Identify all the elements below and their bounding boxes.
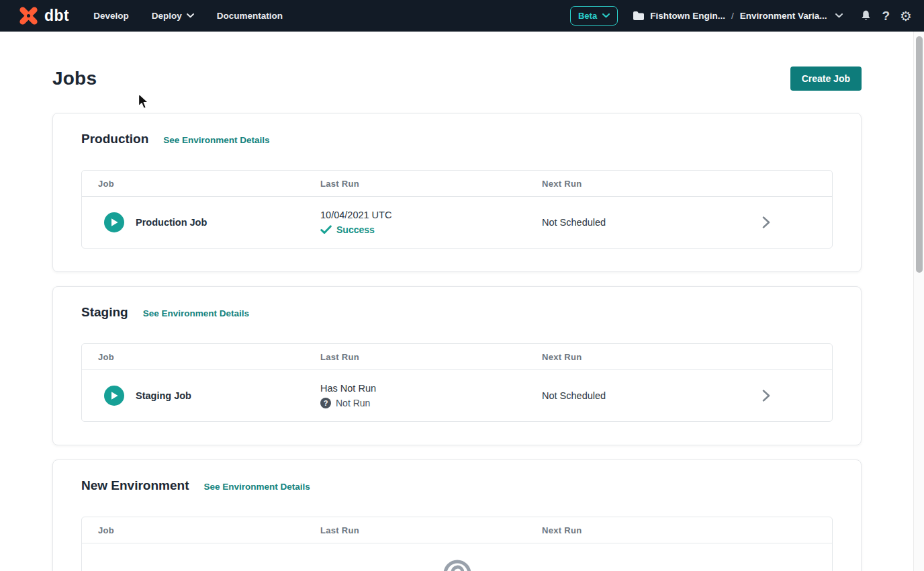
help-icon[interactable]: ?	[882, 9, 890, 22]
column-header-job: Job	[82, 352, 304, 362]
check-icon	[320, 225, 332, 234]
environment-card-staging: Staging See Environment Details Job Last…	[52, 286, 862, 445]
dbt-logo-icon	[17, 5, 40, 27]
jobs-table: Job Last Run Next Run Staging Job Has No…	[81, 343, 833, 422]
nav-item-deploy[interactable]: Deploy	[152, 11, 194, 21]
column-header-next-run: Next Run	[526, 179, 832, 189]
beta-dropdown-button[interactable]: Beta	[570, 6, 618, 26]
mouse-cursor	[138, 93, 150, 110]
beta-label: Beta	[578, 11, 597, 21]
nav-item-documentation[interactable]: Documentation	[217, 11, 283, 21]
column-header-next-run: Next Run	[526, 352, 832, 362]
play-icon	[110, 218, 119, 227]
column-header-job: Job	[82, 179, 304, 189]
folder-icon	[633, 11, 644, 20]
see-environment-details-link[interactable]: See Environment Details	[163, 135, 269, 145]
gear-icon[interactable]: ⚙	[900, 9, 912, 23]
table-header-row: Job Last Run Next Run	[82, 517, 832, 543]
job-name: Production Job	[136, 217, 207, 228]
breadcrumb-section: Environment Varia...	[740, 11, 827, 21]
chevron-down-icon	[187, 13, 194, 18]
breadcrumb-project: Fishtown Engin...	[650, 11, 725, 21]
jobs-page: Jobs Create Job Production See Environme…	[0, 32, 924, 571]
chevron-down-icon	[602, 13, 610, 18]
next-run-value: Not Scheduled	[542, 217, 606, 228]
scrollbar-thumb[interactable]	[916, 36, 923, 273]
column-header-next-run: Next Run	[526, 525, 832, 535]
play-icon	[110, 391, 119, 400]
last-run-date: Has Not Run	[320, 383, 526, 394]
table-header-row: Job Last Run Next Run	[82, 344, 832, 370]
column-header-job: Job	[82, 525, 304, 535]
brand-wordmark: dbt	[44, 7, 69, 25]
primary-menu: Develop Deploy Documentation	[93, 11, 283, 21]
column-header-last-run: Last Run	[304, 179, 526, 189]
scrollbar[interactable]	[913, 32, 924, 571]
table-header-row: Job Last Run Next Run	[82, 171, 832, 197]
next-run-value: Not Scheduled	[542, 390, 606, 401]
environment-name: Staging	[81, 305, 128, 320]
notifications-bell-icon[interactable]	[860, 9, 872, 22]
no-runs-icon	[442, 558, 473, 571]
run-job-button[interactable]	[104, 386, 124, 406]
page-title: Jobs	[52, 68, 97, 89]
run-job-button[interactable]	[104, 212, 124, 232]
status-badge: Not Run	[336, 398, 370, 408]
nav-item-develop[interactable]: Develop	[93, 11, 129, 21]
jobs-table: Job Last Run Next Run Production Job 10/…	[81, 170, 833, 249]
empty-jobs-state	[82, 543, 832, 571]
see-environment-details-link[interactable]: See Environment Details	[203, 482, 310, 492]
job-row-staging-job[interactable]: Staging Job Has Not Run ? Not Run Not Sc…	[82, 370, 832, 421]
breadcrumb[interactable]: Fishtown Engin... / Environment Varia...	[633, 11, 843, 21]
environment-name: New Environment	[81, 478, 189, 493]
environment-name: Production	[81, 132, 148, 146]
jobs-table: Job Last Run Next Run	[81, 517, 833, 571]
nav-item-deploy-label: Deploy	[152, 11, 182, 21]
column-header-last-run: Last Run	[304, 352, 526, 362]
environment-card-new-environment: New Environment See Environment Details …	[52, 459, 862, 571]
job-row-production-job[interactable]: Production Job 10/04/2021 UTC Success No…	[82, 197, 832, 248]
environment-card-production: Production See Environment Details Job L…	[52, 113, 862, 272]
last-run-date: 10/04/2021 UTC	[320, 210, 526, 220]
column-header-last-run: Last Run	[304, 525, 526, 535]
job-name: Staging Job	[136, 390, 191, 401]
status-badge: Success	[336, 224, 375, 235]
see-environment-details-link[interactable]: See Environment Details	[143, 308, 249, 318]
question-icon: ?	[320, 398, 331, 408]
create-job-button[interactable]: Create Job	[790, 67, 862, 91]
chevron-right-icon[interactable]	[762, 216, 770, 229]
top-nav: dbt Develop Deploy Documentation Beta Fi…	[0, 0, 924, 32]
dbt-logo[interactable]: dbt	[17, 5, 69, 27]
chevron-down-icon	[835, 13, 843, 18]
chevron-right-icon[interactable]	[762, 389, 770, 402]
breadcrumb-separator: /	[731, 11, 734, 21]
